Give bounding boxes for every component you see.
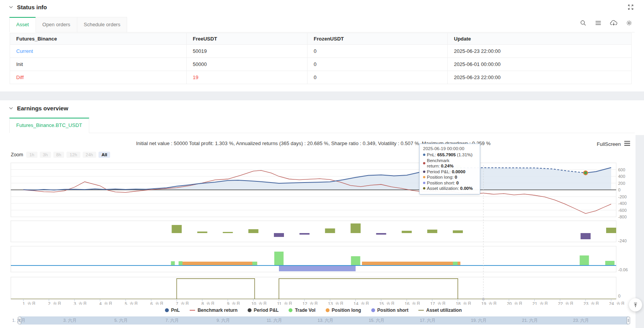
svg-text:12. 六月: 12. 六月 (302, 301, 318, 305)
zoom-label: Zoom (11, 152, 23, 157)
svg-text:9. 六月: 9. 六月 (227, 301, 240, 305)
fullscreen-expand-icon[interactable] (627, 4, 634, 12)
chart-fullscreen[interactable]: FullScreen (597, 140, 630, 148)
svg-text:10. 六月: 10. 六月 (251, 301, 267, 305)
earnings-header: Earnings overview (8, 105, 68, 112)
svg-text:0: 0 (618, 294, 620, 298)
legend-item-position-long[interactable]: Position long (326, 308, 361, 313)
status-section: Status info AssetOpen ordersSchedule ord… (0, 0, 644, 91)
svg-text:-240: -240 (618, 238, 627, 243)
column-header: Futures_Binance (10, 33, 187, 45)
navigator-label: 3. 六月 (63, 318, 76, 323)
svg-text:-400: -400 (618, 201, 627, 206)
svg-text:19. 六月: 19. 六月 (481, 301, 497, 305)
svg-text:23. 六月: 23. 六月 (584, 301, 599, 305)
legend-item-position-short[interactable]: Position short (371, 308, 409, 313)
cell-value: 0 (308, 45, 448, 58)
table-row: Current5001902025-06-23 22:00:00 (10, 45, 632, 58)
table-row: Init5000002025-06-01 00:00:00 (10, 58, 632, 71)
navigator-label: 15. 六月 (369, 318, 384, 323)
navigator-label: 19. 六月 (471, 318, 486, 323)
status-tabs: AssetOpen ordersSchedule orders (9, 17, 635, 32)
cloud-download-icon[interactable] (610, 20, 617, 26)
page: Status info AssetOpen ordersSchedule ord… (0, 0, 644, 328)
column-header: Update (448, 33, 632, 45)
svg-text:-600: -600 (618, 208, 627, 213)
asset-table: Futures_BinanceFreeUSDTFrozenUSDTUpdate … (10, 33, 632, 84)
legend-item-benchmark-return[interactable]: Benchmark return (190, 308, 237, 313)
navigator-label: 23. 六月 (573, 318, 589, 323)
date-range-navigator[interactable]: 1. 六月3. 六月5. 六月7. 六月9. 六月11. 六月13. 六月15.… (19, 316, 629, 325)
svg-text:21. 六月: 21. 六月 (532, 301, 548, 305)
svg-text:1. 六月: 1. 六月 (22, 301, 36, 305)
collapse-icon[interactable] (8, 106, 14, 111)
collapse-icon[interactable] (8, 5, 14, 10)
asset-table-header: Futures_BinanceFreeUSDTFrozenUSDTUpdate (10, 33, 632, 45)
svg-text:200: 200 (618, 181, 625, 186)
svg-text:0: 0 (618, 188, 620, 192)
chart-legend: PnLBenchmark returnPeriod P&LTrade VolPo… (0, 308, 627, 313)
zoom-button-1h[interactable]: 1h (26, 152, 37, 158)
svg-text:11. 六月: 11. 六月 (277, 301, 292, 305)
earnings-tabs: Futures_Binance.BTC_USDT (9, 118, 635, 133)
row-label[interactable]: Current (10, 45, 187, 58)
cell-value: 2025-06-01 00:00:00 (448, 58, 632, 71)
column-header: FreeUSDT (187, 33, 308, 45)
legend-item-asset-utilization[interactable]: Asset utilization (418, 308, 462, 313)
legend-item-trade-vol[interactable]: Trade Vol (289, 308, 315, 313)
navigator-right-handle[interactable] (627, 317, 630, 324)
chart-menu-icon[interactable] (624, 140, 630, 148)
back-to-top-button[interactable] (629, 298, 642, 311)
fullscreen-label[interactable]: FullScreen (597, 141, 621, 147)
svg-text:17. 六月: 17. 六月 (430, 301, 446, 305)
svg-text:6. 六月: 6. 六月 (150, 301, 163, 305)
svg-text:5. 六月: 5. 六月 (125, 301, 138, 305)
zoom-button-3h[interactable]: 3h (40, 152, 51, 158)
row-label: Init (10, 58, 187, 71)
svg-text:600: 600 (618, 167, 625, 172)
svg-text:18. 六月: 18. 六月 (456, 301, 471, 305)
table-toolbar (580, 20, 632, 26)
tooltip-row: Asset utilization:0.00% (423, 186, 476, 191)
navigator-label: 7. 六月 (165, 318, 178, 323)
svg-text:15. 六月: 15. 六月 (379, 301, 394, 305)
svg-text:7. 六月: 7. 六月 (176, 301, 189, 305)
series-dot-icon (423, 154, 425, 156)
zoom-button-24h[interactable]: 24h (83, 152, 96, 158)
tab-asset[interactable]: Asset (9, 17, 36, 32)
cell-value: 2025-06-23 22:00:00 (448, 71, 632, 84)
zoom-button-12h[interactable]: 12h (66, 152, 80, 158)
zoom-button-all[interactable]: All (99, 152, 110, 158)
tab-schedule-orders[interactable]: Schedule orders (77, 17, 127, 32)
svg-text:8. 六月: 8. 六月 (201, 301, 214, 305)
tab-open-orders[interactable]: Open orders (36, 17, 77, 32)
column-header: FrozenUSDT (308, 33, 448, 45)
chart-canvas[interactable]: 6004002000-200-400-600-800-240-0.0601. 六… (0, 162, 644, 305)
series-dot-icon (423, 162, 425, 164)
settings-icon[interactable] (626, 20, 632, 26)
legend-dot-icon (165, 308, 169, 312)
navigator-label: 13. 六月 (318, 318, 333, 323)
tab-futures-binance-btc-usdt[interactable]: Futures_Binance.BTC_USDT (9, 118, 89, 133)
tooltip-row: Benchmark return:0.24% (423, 158, 476, 169)
cell-value: 50019 (187, 45, 308, 58)
legend-item-pnl[interactable]: PnL (165, 308, 180, 313)
tooltip-row: Position long:0 (423, 174, 476, 180)
series-dot-icon (423, 176, 425, 178)
search-icon[interactable] (580, 20, 586, 26)
cell-value: 50000 (187, 58, 308, 71)
zoom-button-8h[interactable]: 8h (53, 152, 65, 158)
navigator-label: 11. 六月 (267, 318, 282, 323)
legend-dot-icon (289, 308, 292, 312)
legend-item-period-p-l[interactable]: Period P&L (248, 308, 279, 313)
tooltip-row: PnL:655.7905 (1.31%) (423, 152, 476, 158)
cell-value: 0 (308, 58, 448, 71)
svg-text:22. 六月: 22. 六月 (558, 301, 574, 305)
row-label: Diff (10, 71, 187, 84)
svg-text:16. 六月: 16. 六月 (405, 301, 420, 305)
menu-icon[interactable] (595, 20, 602, 26)
navigator-label: 21. 六月 (522, 318, 537, 323)
pnl-marker (584, 171, 588, 175)
legend-dot-icon (248, 308, 251, 312)
series-dot-icon (423, 182, 425, 184)
